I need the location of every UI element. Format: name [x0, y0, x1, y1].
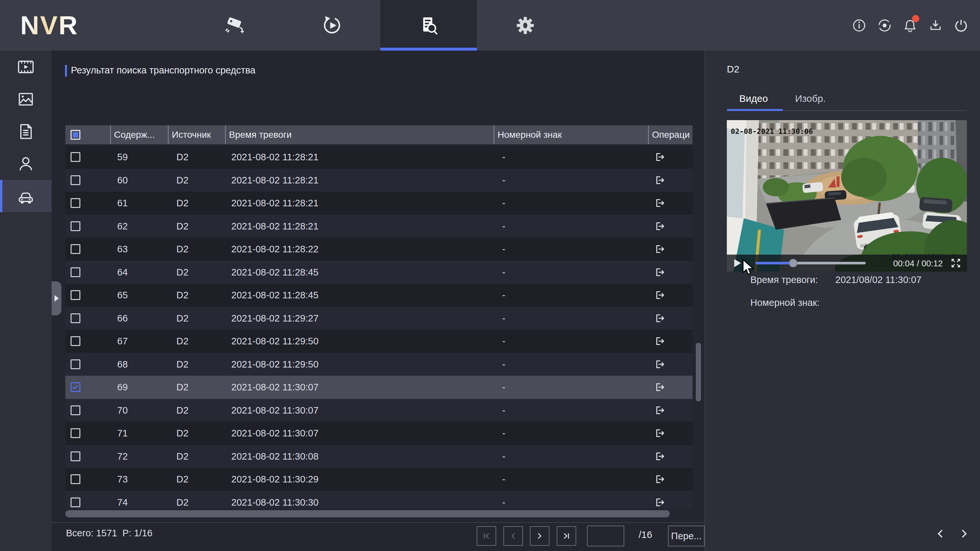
next-result-button[interactable]: [957, 527, 971, 541]
row-checkbox[interactable]: [70, 474, 80, 484]
table-row[interactable]: 73 D2 2021-08-02 11:30:29 -: [65, 468, 692, 491]
next-page-button[interactable]: [530, 526, 549, 546]
row-export-button[interactable]: [652, 146, 668, 169]
row-checkbox[interactable]: [70, 198, 80, 208]
row-plate: -: [494, 215, 514, 238]
row-export-button[interactable]: [652, 468, 668, 491]
table-row[interactable]: 71 D2 2021-08-02 11:30:07 -: [65, 422, 692, 445]
previous-page-button[interactable]: [503, 526, 523, 546]
row-plate: -: [494, 146, 514, 169]
sidebar-item-vehicle-search[interactable]: [0, 180, 52, 212]
row-export-button[interactable]: [652, 307, 668, 330]
table-row[interactable]: 64 D2 2021-08-02 11:28:45 -: [65, 261, 692, 284]
row-checkbox[interactable]: [70, 221, 80, 231]
row-checkbox[interactable]: [70, 290, 80, 300]
nav-live-view[interactable]: [187, 0, 283, 51]
nav-playback[interactable]: [283, 0, 380, 51]
app-logo: NVR: [20, 0, 78, 51]
table-row[interactable]: 67 D2 2021-08-02 11:29:50 -: [65, 330, 692, 353]
row-checkbox[interactable]: [70, 152, 80, 162]
player-progress-bar[interactable]: [756, 262, 865, 264]
row-number: 71: [108, 422, 137, 445]
horizontal-scrollbar-thumb[interactable]: [65, 510, 670, 518]
table-row[interactable]: 65 D2 2021-08-02 11:28:45 -: [65, 284, 692, 307]
record-status-button[interactable]: [877, 17, 892, 33]
tab-video[interactable]: Видео: [739, 93, 768, 104]
row-export-button[interactable]: [652, 261, 668, 284]
sidebar-item-person-search[interactable]: [0, 148, 52, 180]
row-export-button[interactable]: [652, 238, 668, 261]
row-export-button[interactable]: [652, 215, 668, 238]
title-accent-bar: [65, 65, 67, 77]
player-progress-thumb[interactable]: [789, 259, 797, 267]
info-button[interactable]: [851, 17, 867, 33]
row-checkbox[interactable]: [70, 405, 80, 415]
row-checkbox[interactable]: [70, 244, 80, 254]
table-row[interactable]: 61 D2 2021-08-02 11:28:21 -: [65, 192, 692, 215]
row-export-button[interactable]: [652, 169, 668, 192]
row-checkbox[interactable]: [70, 313, 80, 323]
row-checkbox[interactable]: [70, 451, 80, 461]
row-alarm-time: 2021-08-02 11:30:07: [231, 399, 318, 422]
row-plate: -: [494, 468, 514, 491]
play-button[interactable]: [733, 259, 742, 268]
row-source: D2: [177, 215, 188, 238]
sidebar-item-file-search[interactable]: [0, 115, 52, 148]
tab-active-underline: [727, 109, 783, 111]
row-alarm-time: 2021-08-02 11:30:29: [231, 468, 318, 491]
table-row[interactable]: 74 D2 2021-08-02 11:30:30 -: [65, 491, 692, 508]
gear-icon: [515, 15, 535, 36]
fullscreen-icon[interactable]: [950, 257, 962, 269]
goto-page-button[interactable]: Пере...: [668, 526, 705, 546]
sidebar-item-picture-search[interactable]: [0, 83, 52, 115]
alarm-bell-button[interactable]: [902, 17, 918, 33]
table-row[interactable]: 70 D2 2021-08-02 11:30:07 -: [65, 399, 692, 422]
row-export-button[interactable]: [652, 353, 668, 376]
table-row[interactable]: 60 D2 2021-08-02 11:28:21 -: [65, 169, 692, 192]
row-checkbox[interactable]: [70, 267, 80, 277]
row-export-button[interactable]: [652, 399, 668, 422]
row-checkbox[interactable]: [70, 336, 80, 346]
row-checkbox[interactable]: [70, 428, 80, 438]
video-preview: 02-08-2021 11:30:06 DS-2CD2047G2-LU 00:0…: [727, 120, 967, 272]
tab-image[interactable]: Изобр.: [795, 93, 826, 104]
row-checkbox[interactable]: [70, 382, 80, 392]
power-button[interactable]: [953, 17, 969, 33]
first-page-button[interactable]: [477, 526, 496, 546]
row-alarm-time: 2021-08-02 11:28:21: [231, 169, 318, 192]
table-row[interactable]: 63 D2 2021-08-02 11:28:22 -: [65, 238, 692, 261]
row-export-button[interactable]: [652, 330, 668, 353]
nav-search-results[interactable]: [380, 0, 477, 51]
row-checkbox[interactable]: [70, 359, 80, 369]
export-download-button[interactable]: [928, 17, 943, 33]
row-export-button[interactable]: [652, 284, 668, 307]
row-source: D2: [177, 422, 188, 445]
row-export-button[interactable]: [652, 422, 668, 445]
row-export-button[interactable]: [652, 192, 668, 215]
table-row[interactable]: 69 D2 2021-08-02 11:30:07 -: [65, 376, 692, 399]
row-number: 68: [108, 353, 137, 376]
plate-label: Номерной знак:: [750, 297, 819, 308]
select-all-checkbox[interactable]: [70, 130, 80, 140]
row-export-button[interactable]: [652, 445, 668, 468]
row-checkbox[interactable]: [70, 497, 80, 507]
table-row[interactable]: 66 D2 2021-08-02 11:29:27 -: [65, 307, 692, 330]
row-source: D2: [177, 353, 188, 376]
table-row[interactable]: 68 D2 2021-08-02 11:29:50 -: [65, 353, 692, 376]
row-plate: -: [494, 353, 514, 376]
table-row[interactable]: 72 D2 2021-08-02 11:30:08 -: [65, 445, 692, 468]
table-row[interactable]: 62 D2 2021-08-02 11:28:21 -: [65, 215, 692, 238]
previous-result-button[interactable]: [933, 527, 948, 541]
row-checkbox[interactable]: [70, 175, 80, 185]
vertical-scrollbar-thumb[interactable]: [696, 343, 701, 402]
row-export-button[interactable]: [652, 376, 668, 399]
panel-expand-handle[interactable]: [52, 281, 61, 315]
row-export-button[interactable]: [652, 491, 668, 508]
car-icon: [17, 187, 35, 205]
nav-settings[interactable]: [477, 0, 574, 51]
last-page-button[interactable]: [557, 526, 576, 546]
page-number-input[interactable]: [587, 526, 624, 546]
table-row[interactable]: 59 D2 2021-08-02 11:28:21 -: [65, 146, 692, 169]
column-header-operation: Операци: [648, 125, 690, 144]
sidebar-item-video-search[interactable]: [0, 51, 52, 83]
